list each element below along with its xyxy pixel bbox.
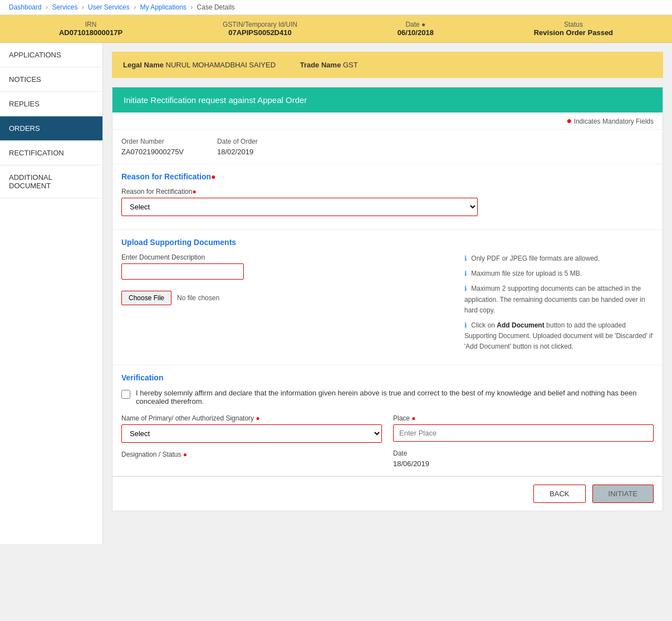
sidebar-item-replies[interactable]: REPLIES: [0, 92, 102, 116]
date-group: Date 18/06/2019: [393, 449, 654, 468]
content-area: Legal Name NURUL MOHAMADBHAI SAIYED Trad…: [103, 43, 672, 544]
breadcrumb-services[interactable]: Services: [52, 3, 77, 11]
info-icon-4: ℹ: [464, 321, 467, 329]
date-value: 06/10/2018: [398, 28, 434, 37]
reason-select[interactable]: Select Arithmetical Error Factual Error …: [121, 198, 478, 216]
date-of-order-label: Date of Order: [217, 138, 258, 145]
sidebar: APPLICATIONS NOTICES REPLIES ORDERS RECT…: [0, 43, 103, 544]
doc-desc-label: Enter Document Description: [121, 253, 453, 261]
upload-section-title: Upload Supporting Documents: [121, 238, 654, 247]
no-file-text: No file chosen: [177, 294, 219, 302]
signatory-select[interactable]: Select: [121, 424, 382, 443]
info-icon-2: ℹ: [464, 270, 467, 277]
trade-name-field: Trade Name GST: [300, 61, 358, 69]
status-label: Status: [534, 21, 613, 28]
mandatory-note: ● Indicates Mandatory Fields: [112, 113, 663, 130]
file-input-row: Choose File No file chosen: [121, 291, 453, 305]
breadcrumb-case-details: Case Details: [197, 3, 235, 11]
legal-name-field: Legal Name NURUL MOHAMADBHAI SAIYED: [123, 61, 278, 69]
gstin-label: GSTIN/Temporary Id/UIN: [223, 21, 297, 28]
verification-fields: Name of Primary/ other Authorized Signat…: [121, 414, 654, 468]
sidebar-item-orders[interactable]: ORDERS: [0, 116, 102, 141]
teal-header: Initiate Rectification request against A…: [112, 87, 663, 113]
date-of-order-value: 18/02/2019: [217, 148, 258, 156]
gstin-value: 07APIPS0052D410: [223, 28, 297, 37]
hint-1: ℹ Only PDF or JPEG file formats are allo…: [464, 253, 654, 264]
sidebar-item-rectification[interactable]: RECTIFICATION: [0, 141, 102, 165]
order-info: Order Number ZA070219000275V Date of Ord…: [112, 130, 663, 164]
hint-3: ℹ Maximum 2 supporting documents can be …: [464, 283, 654, 316]
irn-value: AD071018000017P: [59, 28, 122, 37]
reason-form-row: Reason for Rectification● Select Arithme…: [121, 188, 654, 216]
upload-hints: ℹ Only PDF or JPEG file formats are allo…: [464, 253, 654, 357]
initiate-button[interactable]: INITIATE: [592, 485, 654, 503]
doc-desc-input[interactable]: [121, 263, 244, 280]
irn-cell: IRN AD071018000017P: [59, 21, 122, 37]
sidebar-item-applications[interactable]: APPLICATIONS: [0, 43, 102, 67]
date-of-order-group: Date of Order 18/02/2019: [217, 138, 258, 156]
form-container: Initiate Rectification request against A…: [112, 87, 663, 511]
designation-label: Designation / Status ●: [121, 451, 382, 458]
main-layout: APPLICATIONS NOTICES REPLIES ORDERS RECT…: [0, 43, 672, 544]
upload-grid: Enter Document Description Choose File N…: [121, 253, 654, 357]
mandatory-dot: ●: [567, 116, 572, 125]
upload-left: Enter Document Description Choose File N…: [121, 253, 453, 357]
verification-section: Verification I hereby solemnly affirm an…: [112, 365, 663, 476]
verification-title: Verification: [121, 373, 654, 382]
status-cell: Status Revision Order Passed: [534, 21, 613, 37]
hint-4: ℹ Click on Add Document button to add th…: [464, 320, 654, 353]
gstin-cell: GSTIN/Temporary Id/UIN 07APIPS0052D410: [223, 21, 297, 37]
verification-declaration: I hereby solemnly affirm and declare tha…: [121, 389, 654, 405]
reason-field-label: Reason for Rectification●: [121, 188, 654, 195]
place-input[interactable]: [393, 424, 654, 442]
sidebar-item-notices[interactable]: NOTICES: [0, 67, 102, 92]
signatory-label: Name of Primary/ other Authorized Signat…: [121, 414, 382, 422]
place-date-group: Place ● Date 18/06/2019: [393, 414, 654, 468]
breadcrumb-user-services[interactable]: User Services: [88, 3, 130, 11]
date-label: Date ●: [398, 21, 434, 28]
info-bar: IRN AD071018000017P GSTIN/Temporary Id/U…: [0, 15, 672, 43]
date-value: 18/06/2019: [393, 459, 654, 468]
verification-checkbox[interactable]: [121, 390, 130, 399]
breadcrumb-dashboard[interactable]: Dashboard: [9, 3, 42, 11]
order-number-value: ZA070219000275V: [121, 148, 184, 156]
signatory-group: Name of Primary/ other Authorized Signat…: [121, 414, 382, 468]
order-number-group: Order Number ZA070219000275V: [121, 138, 184, 156]
upload-section: Upload Supporting Documents Enter Docume…: [112, 230, 663, 365]
legal-bar: Legal Name NURUL MOHAMADBHAI SAIYED Trad…: [112, 52, 663, 78]
bottom-bar: BACK INITIATE: [112, 476, 663, 511]
back-button[interactable]: BACK: [533, 485, 585, 503]
reason-section: Reason for Rectification● Reason for Rec…: [112, 164, 663, 230]
reason-section-title: Reason for Rectification●: [121, 172, 654, 181]
date-label: Date: [393, 449, 654, 457]
choose-file-button[interactable]: Choose File: [121, 291, 171, 305]
designation-group: Designation / Status ●: [121, 451, 382, 458]
info-icon-1: ℹ: [464, 255, 467, 262]
declaration-text: I hereby solemnly affirm and declare tha…: [136, 389, 654, 405]
breadcrumb: Dashboard › Services › User Services › M…: [0, 0, 672, 15]
date-cell: Date ● 06/10/2018: [398, 21, 434, 37]
hint-2: ℹ Maximum file size for upload is 5 MB.: [464, 268, 654, 279]
order-number-label: Order Number: [121, 138, 184, 145]
irn-label: IRN: [59, 21, 122, 28]
place-label: Place ●: [393, 414, 654, 422]
breadcrumb-my-applications[interactable]: My Applications: [140, 3, 186, 11]
info-icon-3: ℹ: [464, 285, 467, 292]
status-value: Revision Order Passed: [534, 28, 613, 37]
sidebar-item-additional-document[interactable]: ADDITIONAL DOCUMENT: [0, 165, 102, 198]
